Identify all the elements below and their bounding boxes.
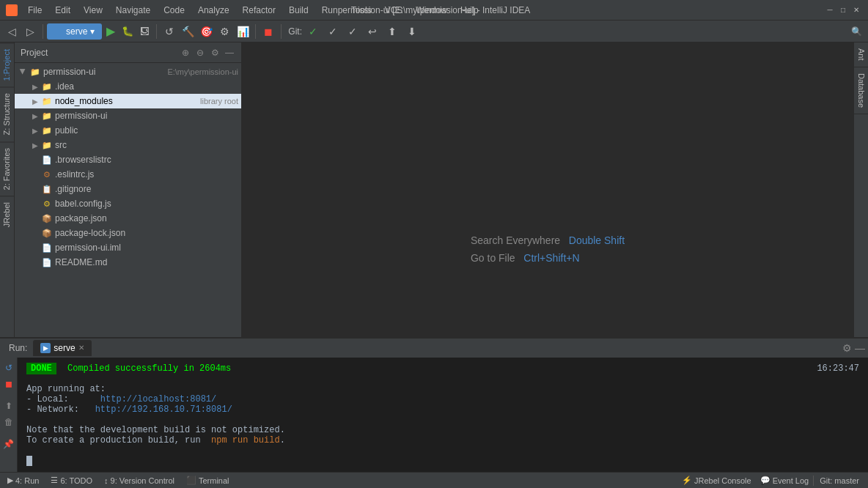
git-tick2[interactable]: ✓ <box>344 23 361 40</box>
tree-item-public[interactable]: ▶ 📁 public <box>15 123 241 138</box>
toolbar-group-sync: ↺ 🔨 🎯 ⚙ 📊 <box>161 23 251 40</box>
sidebar-item-jrebel[interactable]: JRebel <box>0 196 14 233</box>
run-timestamp: 16:23:47 <box>817 363 859 374</box>
idea-folder-icon: 📁 <box>41 81 53 92</box>
src-folder-icon: 📁 <box>41 139 53 151</box>
tree-item-iml[interactable]: 📄 permission-ui.iml <box>15 240 241 255</box>
close-panel-icon[interactable]: — <box>224 47 235 59</box>
run-settings-icon[interactable]: ⚙ <box>842 342 852 354</box>
window-controls: ─ □ ✕ <box>824 4 862 16</box>
search-everywhere-button[interactable]: 🔍 <box>847 23 865 40</box>
tasks-button[interactable]: ⚙ <box>216 23 233 40</box>
event-log-button[interactable]: 💬 Event Log <box>756 473 814 489</box>
build-button[interactable]: 🔨 <box>179 23 196 40</box>
menu-refactor[interactable]: Refactor <box>237 4 282 17</box>
vcs-label: 9: Version Control <box>111 476 174 485</box>
maximize-button[interactable]: □ <box>837 4 849 16</box>
settings-icon[interactable]: ⚙ <box>209 47 221 59</box>
run-tab-serve-label: serve <box>54 343 75 353</box>
right-tab-database[interactable]: Database <box>854 67 868 114</box>
run-tab-serve[interactable]: ▶ serve ✕ <box>33 340 91 356</box>
git-undo[interactable]: ↩ <box>364 23 381 40</box>
tree-item-babel[interactable]: ⚙ babel.config.js <box>15 196 241 211</box>
tree-item-readme[interactable]: 📄 README.md <box>15 255 241 270</box>
run-button[interactable]: ▶ <box>103 23 119 40</box>
git-checkmark[interactable]: ✓ <box>304 23 322 40</box>
sidebar-item-project[interactable]: 1:Project <box>0 42 14 86</box>
main-toolbar: ◁ ▷ serve ▾ ▶ 🐛 ⛾ ↺ 🔨 🎯 ⚙ 📊 ◼ Git: ✓ ✓ ✓… <box>0 21 868 42</box>
menu-navigate[interactable]: Navigate <box>110 4 156 17</box>
tree-item-idea[interactable]: ▶ 📁 .idea <box>15 79 241 94</box>
local-label: - Local: <box>26 394 69 404</box>
editor-hint: Search Everywhere Double Shift Go to Fil… <box>471 234 625 264</box>
git-push[interactable]: ⬆ <box>383 23 401 40</box>
coverage-button[interactable]: ⛾ <box>136 23 152 40</box>
network-url-link[interactable]: http://192.168.10.71:8081/ <box>95 404 232 415</box>
run-clear-icon[interactable]: 🗑 <box>1 415 16 429</box>
profile-button[interactable]: 📊 <box>234 23 251 40</box>
project-panel-header: Project ⊕ ⊖ ⚙ — <box>15 42 241 63</box>
tree-item-package-json[interactable]: 📦 package.json <box>15 211 241 226</box>
debug-button[interactable]: 🐛 <box>119 23 136 40</box>
tree-item-eslintrc[interactable]: ⚙ .eslintrc.js <box>15 167 241 182</box>
run-output-line-1: DONE Compiled successfully in 2604ms 16:… <box>26 363 859 374</box>
tree-item-src[interactable]: ▶ 📁 src <box>15 138 241 152</box>
tree-item-gitignore[interactable]: 📋 .gitignore <box>15 182 241 196</box>
minimize-button[interactable]: ─ <box>824 4 836 16</box>
sidebar-item-structure[interactable]: Z: Structure <box>0 86 14 141</box>
terminal-icon: ⬛ <box>186 476 196 485</box>
tree-permission-ui-label: permission-ui <box>55 111 238 121</box>
collapse-all-icon[interactable]: ⊕ <box>180 47 191 59</box>
run-scroll-top-icon[interactable]: ⬆ <box>1 399 16 413</box>
targets-button[interactable]: 🎯 <box>197 23 215 40</box>
close-button[interactable]: ✕ <box>850 4 862 16</box>
tree-root-permission-ui[interactable]: ▶ 📁 permission-ui E:\my\permission-ui <box>15 64 241 79</box>
jrebel-console-button[interactable]: ⚡ JRebel Console <box>677 473 756 489</box>
git-tick1[interactable]: ✓ <box>324 23 342 40</box>
run-tab-close-icon[interactable]: ✕ <box>78 344 84 352</box>
menu-analyze[interactable]: Analyze <box>192 4 235 17</box>
readme-file-icon: 📄 <box>41 256 53 268</box>
run-minimize-icon[interactable]: — <box>855 342 865 354</box>
terminal-tab-status[interactable]: ⬛ Terminal <box>182 473 234 489</box>
tree-item-browserslistrc[interactable]: 📄 .browserslistrc <box>15 152 241 167</box>
tree-item-package-lock[interactable]: 📦 package-lock.json <box>15 226 241 240</box>
right-tab-ant[interactable]: Ant <box>854 42 868 67</box>
app-icon <box>6 4 18 16</box>
tree-package-json-label: package.json <box>55 213 238 223</box>
git-label: Git: <box>288 26 302 37</box>
git-pull[interactable]: ⬇ <box>403 23 421 40</box>
search-everywhere-label: Search Everywhere <box>471 234 560 246</box>
run-stop-icon[interactable]: ◼ <box>1 377 16 391</box>
serve-run-label: serve <box>66 26 87 37</box>
local-url-link[interactable]: http://localhost:8081/ <box>100 394 216 404</box>
cursor-block <box>26 456 32 466</box>
menu-file[interactable]: File <box>22 4 48 17</box>
forward-button[interactable]: ▷ <box>21 23 39 40</box>
eslintrc-file-icon: ⚙ <box>41 169 53 180</box>
back-button[interactable]: ◁ <box>3 23 21 40</box>
menu-edit[interactable]: Edit <box>49 4 76 17</box>
todo-tab-status[interactable]: ☰ 6: TODO <box>46 473 97 489</box>
run-tab-icon-status: ▶ <box>7 476 13 485</box>
run-tab-status[interactable]: ▶ 4: Run <box>3 473 43 489</box>
run-restart-icon[interactable]: ↺ <box>1 361 16 375</box>
menu-code[interactable]: Code <box>158 4 191 17</box>
goto-file-shortcut: Ctrl+Shift+N <box>523 252 579 264</box>
tree-root-label: permission-ui <box>43 67 164 77</box>
serve-run-icon <box>54 27 63 36</box>
gitignore-file-icon: 📋 <box>41 183 53 195</box>
tree-item-node-modules[interactable]: ▶ 📁 node_modules library root <box>15 94 241 108</box>
serve-run-config[interactable]: serve ▾ <box>47 23 102 40</box>
sidebar-item-favorites[interactable]: 2: Favorites <box>0 141 14 196</box>
menu-view[interactable]: View <box>78 4 108 17</box>
vcs-tab-status[interactable]: ↕ 9: Version Control <box>100 473 179 489</box>
tree-item-permission-ui-folder[interactable]: ▶ 📁 permission-ui <box>15 108 241 123</box>
menu-build[interactable]: Build <box>283 4 315 17</box>
expand-all-icon[interactable]: ⊖ <box>194 47 206 59</box>
run-pin-icon[interactable]: 📌 <box>1 437 16 451</box>
src-arrow-icon: ▶ <box>29 139 41 151</box>
tree-gitignore-label: .gitignore <box>55 184 238 194</box>
sync-button[interactable]: ↺ <box>161 23 178 40</box>
stop-button[interactable]: ◼ <box>260 23 277 40</box>
